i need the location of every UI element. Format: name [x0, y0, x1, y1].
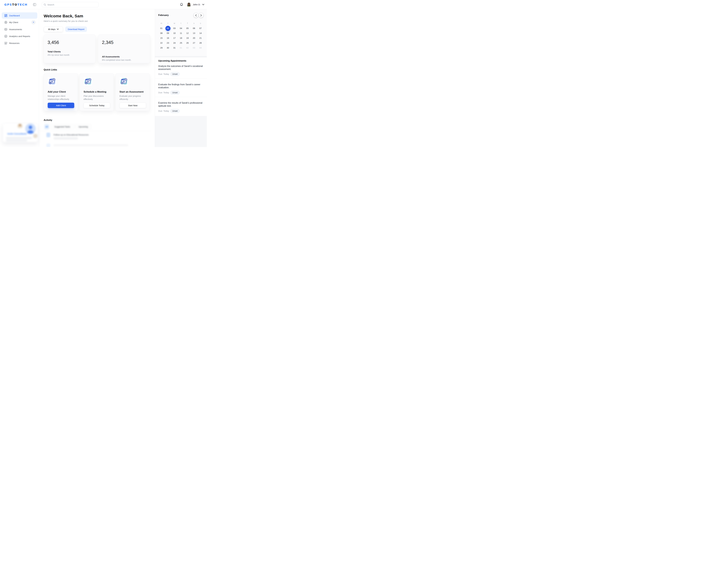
add-client-button[interactable]: Add Client: [48, 103, 74, 108]
date-range-selector[interactable]: 30 days: [44, 26, 63, 32]
invite-consultants-panel[interactable]: Invite Consultants: [0, 121, 39, 147]
activity-row-title[interactable]: Follow-up on Educational Resources: [54, 133, 88, 136]
divider: [155, 97, 207, 97]
calendar-day[interactable]: 14: [197, 31, 204, 36]
quick-link-desc: Evaluate your progress efficiently: [120, 94, 146, 101]
calendar-day[interactable]: 27: [191, 41, 197, 45]
schedule-meeting-illustration: [84, 77, 92, 86]
user-name[interactable]: John D.: [193, 3, 201, 6]
calendar-day-selected[interactable]: 02: [165, 26, 171, 31]
calendar-weekday: m: [158, 21, 165, 25]
page-title: Welcome Back, Sam: [44, 14, 83, 18]
decorative-circle: [33, 134, 38, 138]
sidebar-item-analytics[interactable]: Analytics and Reports: [2, 33, 37, 39]
appointment-due: Due: Today: [158, 73, 169, 75]
calendar-day[interactable]: 01: [158, 26, 165, 31]
stat-value: 2,345: [102, 40, 114, 45]
appointments-heading: Upcoming Appointments: [158, 59, 186, 62]
appointment-status-badge[interactable]: Unset: [170, 72, 180, 76]
calendar-day[interactable]: 09: [165, 31, 171, 36]
calendar-day[interactable]: 03: [171, 26, 178, 31]
calendar-day[interactable]: 20: [191, 36, 197, 41]
activity-section: All Suggested Tasks Upcoming Follow-up o…: [39, 123, 155, 147]
sidebar-item-assessments[interactable]: Assessments: [2, 26, 37, 33]
appointment-status-badge[interactable]: Unset: [170, 109, 180, 113]
right-panel: February mtwtfss 01020304050607080910111…: [155, 9, 207, 147]
calendar-weekday: s: [197, 21, 204, 25]
calendar-day[interactable]: 21: [197, 36, 204, 41]
calendar-day[interactable]: 22: [158, 41, 165, 45]
calendar-day[interactable]: 12: [184, 31, 191, 36]
calendar-day[interactable]: 07: [197, 26, 204, 31]
calendar-day[interactable]: 17: [171, 36, 178, 41]
calendar-day[interactable]: 31: [171, 45, 178, 50]
calendar-weekday: w: [171, 21, 178, 25]
resources-books-icon: [4, 42, 7, 45]
sidebar-item-label: My Client: [9, 21, 18, 24]
calendar-day[interactable]: 05: [184, 26, 191, 31]
calendar-day[interactable]: 03: [191, 45, 197, 50]
activity-row-title: [54, 144, 128, 146]
add-client-illustration: [48, 77, 56, 86]
stat-card-total-clients: 3,456 Total Clients 4% Up since last mon…: [44, 35, 96, 63]
appointment-due: Due: Today: [158, 91, 169, 94]
app-logo: GPSTOTECH: [4, 3, 27, 6]
sidebar-item-dashboard[interactable]: Dashboard: [2, 12, 37, 19]
tab-all[interactable]: All: [44, 124, 49, 129]
sidebar-item-my-client[interactable]: My Client +: [2, 19, 37, 25]
appointment-status-badge[interactable]: Unset: [170, 90, 180, 95]
calendar-day[interactable]: 10: [171, 31, 178, 36]
calendar-day[interactable]: 18: [178, 36, 184, 41]
calendar-next-button[interactable]: [199, 13, 203, 18]
sidebar-item-resources[interactable]: Resources: [2, 40, 37, 46]
download-report-button[interactable]: Download Report: [65, 26, 87, 32]
appointment-due: Due: Today: [158, 110, 169, 112]
sidebar-item-label: Analytics and Reports: [9, 35, 30, 38]
calendar-day[interactable]: 11: [178, 31, 184, 36]
calendar-day[interactable]: 28: [197, 41, 204, 45]
quick-link-desc: Manage your client relationships effecti…: [48, 94, 75, 101]
calendar-day[interactable]: 24: [171, 41, 178, 45]
calendar-day[interactable]: 13: [191, 31, 197, 36]
search-icon: [44, 3, 46, 6]
calendar-day[interactable]: 19: [184, 36, 191, 41]
calendar-day[interactable]: 01: [178, 45, 184, 50]
calendar-day[interactable]: 30: [165, 45, 171, 50]
invite-text-line: [6, 140, 27, 141]
stat-value: 3,456: [47, 40, 59, 45]
start-now-button[interactable]: Start Now: [120, 103, 146, 108]
main-content: Welcome Back, Sam Here’s a quick summary…: [39, 9, 155, 147]
schedule-today-button[interactable]: Schedule Today: [84, 103, 110, 108]
search-input[interactable]: [47, 3, 97, 6]
add-client-plus-button[interactable]: +: [31, 20, 36, 24]
calendar-day[interactable]: 15: [158, 36, 165, 41]
calendar-day[interactable]: 06: [191, 26, 197, 31]
calendar-day[interactable]: 26: [184, 41, 191, 45]
calendar-day[interactable]: 04: [197, 45, 204, 50]
tab-upcoming[interactable]: Upcoming: [75, 124, 91, 129]
notifications-button[interactable]: [180, 3, 183, 6]
calendar-day[interactable]: 02: [184, 45, 191, 50]
calendar-day[interactable]: 23: [165, 41, 171, 45]
activity-heading: Activity: [44, 119, 52, 122]
calendar-day[interactable]: 29: [158, 45, 165, 50]
calendar-day[interactable]: 04: [178, 26, 184, 31]
quick-link-desc: Plan your discussions effectively: [84, 94, 110, 101]
invite-consultants-link[interactable]: Invite Consultants: [3, 132, 32, 135]
calendar-weekday: s: [191, 21, 197, 25]
sidebar-toggle-button[interactable]: [33, 3, 36, 6]
sidebar: Dashboard My Client + Assessments Analyt…: [0, 9, 39, 147]
chevron-down-icon[interactable]: [202, 4, 204, 5]
top-bar: GPSTOTECH John D.: [0, 0, 207, 9]
calendar-day[interactable]: 08: [158, 31, 165, 36]
calendar-prev-button[interactable]: [194, 13, 198, 18]
calendar-grid: 0102030405060708091011121314151617181920…: [158, 26, 204, 50]
sidebar-item-label: Assessments: [9, 28, 22, 30]
calendar-day[interactable]: 25: [178, 41, 184, 45]
quick-link-title: Start an Assessment: [120, 90, 144, 93]
user-avatar[interactable]: [187, 2, 191, 7]
page-subtitle: Here’s a quick summary for you to check …: [44, 20, 88, 22]
dashboard-grid-icon: [4, 14, 7, 17]
calendar-day[interactable]: 16: [165, 36, 171, 41]
tab-suggested-tasks[interactable]: Suggested Tasks: [50, 124, 75, 129]
